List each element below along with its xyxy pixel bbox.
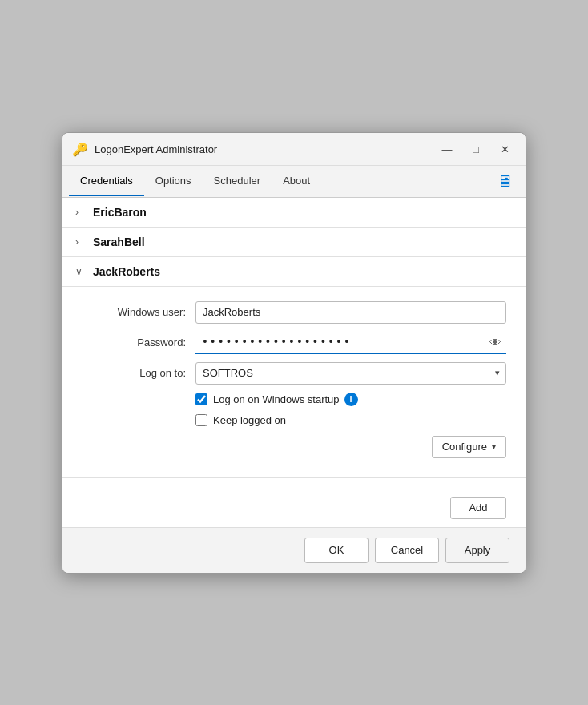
- account-row-ericbaron[interactable]: › EricBaron: [62, 198, 526, 228]
- logon-to-label: Log on to:: [82, 367, 186, 379]
- title-bar: 🔑 LogonExpert Administrator — □ ✕: [62, 133, 526, 166]
- maximize-button[interactable]: □: [465, 141, 487, 159]
- add-row: Add: [62, 485, 526, 527]
- cancel-button[interactable]: Cancel: [375, 538, 439, 563]
- toggle-password-icon[interactable]: 👁: [489, 336, 501, 349]
- windows-user-label: Windows user:: [82, 306, 186, 318]
- windows-user-input[interactable]: [195, 301, 506, 324]
- account-name-sarahbell: SarahBell: [93, 236, 145, 248]
- add-button[interactable]: Add: [450, 497, 506, 519]
- info-icon[interactable]: i: [344, 393, 358, 406]
- main-window: 🔑 LogonExpert Administrator — □ ✕ Creden…: [62, 132, 526, 574]
- password-input[interactable]: [195, 332, 506, 354]
- keep-logged-checkbox[interactable]: [195, 414, 207, 426]
- form-area: Windows user: Password: 👁 Log on to:: [62, 287, 526, 465]
- tab-credentials[interactable]: Credentials: [69, 167, 144, 196]
- keep-logged-checkbox-row: Keep logged on: [195, 414, 506, 426]
- account-row-jackroberts[interactable]: ∨ JackRoberts: [62, 257, 526, 287]
- ok-button[interactable]: OK: [304, 538, 369, 563]
- tab-about[interactable]: About: [272, 167, 321, 196]
- chevron-right-icon: ›: [75, 236, 87, 248]
- minimize-button[interactable]: —: [436, 141, 458, 159]
- startup-checkbox-label[interactable]: Log on on Windows startup: [213, 393, 340, 405]
- configure-arrow-icon: ▾: [492, 442, 496, 451]
- window-controls: — □ ✕: [436, 141, 516, 159]
- configure-row: Configure ▾: [82, 436, 506, 458]
- logon-to-row: Log on to: SOFTROS OTHER ▾: [82, 362, 506, 385]
- close-button[interactable]: ✕: [493, 141, 516, 159]
- footer: OK Cancel Apply: [62, 527, 526, 573]
- app-icon: 🔑: [72, 142, 88, 157]
- startup-checkbox-row: Log on on Windows startup i: [195, 393, 506, 406]
- account-row-sarahbell[interactable]: › SarahBell: [62, 228, 526, 257]
- password-label: Password:: [82, 336, 186, 348]
- password-wrapper: 👁: [195, 332, 506, 354]
- password-row: Password: 👁: [82, 332, 506, 354]
- window-title: LogonExpert Administrator: [95, 143, 436, 155]
- tab-scheduler[interactable]: Scheduler: [203, 167, 272, 196]
- logon-to-select-wrapper: SOFTROS OTHER ▾: [195, 362, 506, 385]
- chevron-down-icon: ∨: [75, 266, 87, 277]
- monitor-icon: 🖥: [497, 166, 519, 197]
- logon-to-select[interactable]: SOFTROS OTHER: [195, 362, 506, 385]
- keep-logged-checkbox-label[interactable]: Keep logged on: [213, 414, 286, 426]
- configure-button[interactable]: Configure ▾: [432, 436, 506, 458]
- startup-checkbox[interactable]: [195, 393, 207, 405]
- configure-label: Configure: [442, 441, 487, 453]
- account-section-jackroberts: ∨ JackRoberts Windows user: Password: 👁: [62, 257, 526, 478]
- windows-user-row: Windows user:: [82, 301, 506, 324]
- content-area: › EricBaron › SarahBell ∨ JackRoberts Wi…: [62, 198, 526, 527]
- tab-options[interactable]: Options: [144, 167, 203, 196]
- tab-bar: Credentials Options Scheduler About 🖥: [62, 166, 526, 198]
- account-name-jackroberts: JackRoberts: [93, 265, 160, 278]
- apply-button[interactable]: Apply: [445, 538, 509, 563]
- chevron-right-icon: ›: [75, 207, 87, 218]
- account-name-ericbaron: EricBaron: [93, 206, 147, 219]
